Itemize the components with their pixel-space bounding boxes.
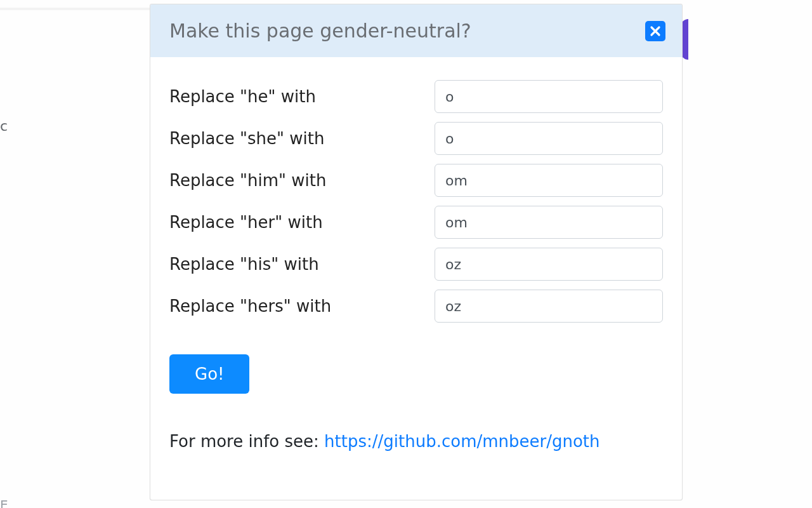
input-replace-him[interactable]: [435, 164, 663, 197]
input-replace-she[interactable]: [435, 122, 663, 155]
input-replace-her[interactable]: [435, 206, 663, 239]
info-prefix: For more info see:: [169, 432, 324, 451]
alert-header: Make this page gender-neutral?: [150, 4, 682, 57]
input-replace-he[interactable]: [435, 80, 663, 113]
gender-neutral-alert: Make this page gender-neutral? Replace "…: [150, 4, 683, 500]
close-icon: [650, 25, 661, 37]
info-line: For more info see: https://github.com/mn…: [169, 432, 663, 451]
alert-body: Replace "he" with Replace "she" with Rep…: [150, 57, 682, 500]
label-replace-hers: Replace "hers" with: [169, 297, 396, 316]
input-replace-his[interactable]: [435, 248, 663, 281]
fields-grid: Replace "he" with Replace "she" with Rep…: [169, 80, 663, 323]
close-button[interactable]: [645, 21, 665, 41]
info-link[interactable]: https://github.com/mnbeer/gnoth: [324, 432, 599, 451]
go-button[interactable]: Go!: [169, 354, 249, 394]
action-row: Go!: [169, 354, 663, 394]
label-replace-her: Replace "her" with: [169, 213, 396, 232]
label-replace-his: Replace "his" with: [169, 255, 396, 274]
label-replace-she: Replace "she" with: [169, 129, 396, 148]
input-replace-hers[interactable]: [435, 290, 663, 323]
label-replace-him: Replace "him" with: [169, 171, 396, 190]
alert-title: Make this page gender-neutral?: [169, 20, 471, 42]
label-replace-he: Replace "he" with: [169, 87, 396, 106]
